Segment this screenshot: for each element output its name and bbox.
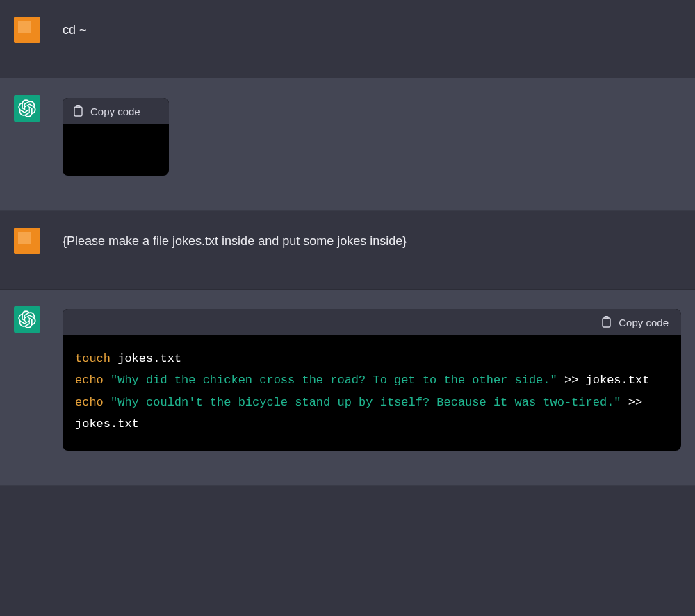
assistant-message-content: Copy code touch jokes.txt echo "Why did … — [63, 306, 681, 451]
code-token-cmd: echo — [75, 396, 104, 409]
code-block: Copy code touch jokes.txt echo "Why did … — [63, 309, 681, 451]
code-token-str: "Why did the chicken cross the road? To … — [111, 374, 557, 387]
copy-code-label: Copy code — [619, 317, 669, 328]
code-token-cmd: touch — [75, 352, 111, 365]
user-avatar — [14, 17, 40, 43]
code-token-plain: >> jokes.txt — [557, 374, 650, 387]
code-block: Copy code — [63, 98, 169, 176]
copy-code-button[interactable]: Copy code — [72, 105, 140, 117]
code-block-header: Copy code — [63, 309, 681, 335]
openai-logo-icon — [18, 310, 36, 328]
clipboard-icon — [72, 105, 84, 117]
svg-rect-2 — [603, 318, 610, 327]
code-block-body — [63, 124, 169, 176]
assistant-avatar — [14, 306, 40, 333]
clipboard-icon — [600, 316, 612, 328]
message-assistant: Copy code — [0, 78, 695, 211]
svg-rect-0 — [74, 107, 82, 116]
code-token-cmd: echo — [75, 374, 104, 387]
user-message-text: cd ~ — [63, 17, 681, 43]
copy-code-button[interactable]: Copy code — [600, 316, 669, 328]
code-token-plain — [104, 374, 111, 387]
openai-logo-icon — [18, 99, 36, 117]
code-token-str: "Why couldn't the bicycle stand up by it… — [111, 396, 621, 409]
assistant-message-content: Copy code — [63, 95, 681, 176]
assistant-avatar — [14, 95, 40, 122]
message-user: {Please make a file jokes.txt inside and… — [0, 211, 695, 290]
code-token-plain: jokes.txt — [111, 352, 181, 365]
code-block-body: touch jokes.txt echo "Why did the chicke… — [63, 335, 681, 451]
user-avatar — [14, 228, 40, 254]
user-message-text: {Please make a file jokes.txt inside and… — [63, 228, 681, 254]
code-token-plain — [104, 396, 111, 409]
copy-code-label: Copy code — [90, 106, 140, 117]
message-user: cd ~ — [0, 0, 695, 78]
message-assistant: Copy code touch jokes.txt echo "Why did … — [0, 290, 695, 486]
code-block-header: Copy code — [63, 98, 169, 124]
